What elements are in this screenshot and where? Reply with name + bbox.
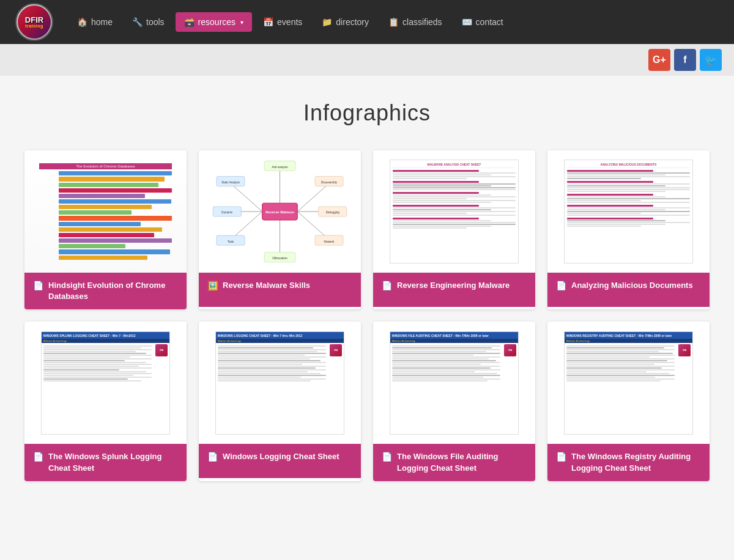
card-title-3: Reverse Engineering Malware — [397, 280, 510, 291]
card-pdf-icon-5: 📄 — [33, 452, 43, 462]
svg-text:Obfuscation: Obfuscation — [272, 257, 287, 260]
card-pdf-icon-8: 📄 — [556, 452, 566, 462]
tools-icon: 🔧 — [132, 17, 143, 27]
card-reverse-engineering-malware[interactable]: MALWARE ANALYSIS CHEAT SHEET — [373, 150, 535, 309]
svg-text:Tools: Tools — [228, 240, 234, 243]
card-pdf-icon-7: 📄 — [382, 452, 392, 462]
card-hindsight-chrome[interactable]: The Evolution of Chrome Databases — [24, 150, 187, 309]
site-header: DFIR training 🏠 home 🔧 tools 🗃️ resource… — [0, 0, 734, 44]
card-pdf-icon-4: 📄 — [556, 281, 566, 290]
nav-directory[interactable]: 📁 directory — [313, 12, 377, 32]
nav-classifieds-label: classifieds — [402, 17, 442, 27]
twitter-button[interactable]: 🐦 — [700, 49, 722, 71]
nav-tools-label: tools — [146, 17, 165, 27]
nav-events-label: events — [277, 17, 302, 27]
nav-contact[interactable]: ✉️ contact — [453, 12, 512, 32]
svg-text:Debugging: Debugging — [326, 211, 340, 214]
nav-home[interactable]: 🏠 home — [69, 12, 121, 32]
page-title: Infographics — [12, 100, 722, 126]
card-splunk-logging[interactable]: WINDOWS SPLUNK LOGGING CHEAT SHEET - Win… — [24, 322, 187, 481]
logo-training-text: training — [25, 24, 43, 28]
events-icon: 📅 — [263, 17, 273, 27]
social-bar: G+ f 🐦 — [0, 44, 734, 76]
googleplus-button[interactable]: G+ — [648, 49, 670, 71]
nav-events[interactable]: 📅 events — [254, 12, 311, 32]
card-label-5: 📄 The Windows Splunk Logging Cheat Sheet — [24, 444, 187, 481]
svg-text:Static Analysis: Static Analysis — [221, 181, 240, 184]
logo-dfir-text: DFIR — [25, 16, 43, 24]
card-label-3: 📄 Reverse Engineering Malware — [373, 273, 535, 307]
card-label-4: 📄 Analyzing Malicious Documents — [547, 273, 710, 307]
nav-classifieds[interactable]: 📋 classifieds — [380, 12, 451, 32]
card-label-6: 📄 Windows Logging Cheat Sheet — [199, 444, 361, 478]
card-reverse-malware-skills[interactable]: Reverse Malware Static Analysis Dynamic … — [199, 150, 361, 309]
nav-resources-label: resources — [198, 17, 235, 27]
card-title-8: The Windows Registry Auditing Logging Ch… — [571, 451, 701, 473]
card-analyzing-malicious-docs[interactable]: ANALYZING MALICIOUS DOCUMENTS — [547, 150, 710, 309]
page-title-section: Infographics — [0, 76, 734, 144]
card-thumb-8: WINDOWS REGISTRY AUDITING CHEAT SHEET - … — [547, 322, 710, 444]
svg-text:Disassembly: Disassembly — [321, 181, 338, 184]
svg-text:Dynamic: Dynamic — [221, 211, 233, 214]
site-logo[interactable]: DFIR training — [12, 0, 56, 44]
card-title-4: Analyzing Malicious Documents — [571, 280, 693, 291]
card-thumb-3: MALWARE ANALYSIS CHEAT SHEET — [373, 150, 535, 273]
card-image-icon-2: 🖼️ — [207, 281, 218, 290]
contact-icon: ✉️ — [462, 17, 472, 27]
nav-resources[interactable]: 🗃️ resources ▾ — [176, 12, 252, 32]
resources-dropdown-arrow: ▾ — [240, 19, 243, 26]
card-registry-auditing[interactable]: WINDOWS REGISTRY AUDITING CHEAT SHEET - … — [547, 322, 710, 481]
directory-icon: 📁 — [322, 17, 332, 27]
twitter-icon: 🐦 — [705, 54, 717, 66]
card-thumb-7: WINDOWS FILE AUDITING CHEAT SHEET - Win … — [373, 322, 535, 444]
card-title-7: The Windows File Auditing Logging Cheat … — [397, 451, 527, 473]
card-thumb-2: Reverse Malware Static Analysis Dynamic … — [199, 150, 361, 273]
nav-home-label: home — [91, 17, 113, 27]
googleplus-icon: G+ — [653, 54, 666, 65]
card-pdf-icon-1: 📄 — [33, 281, 43, 290]
card-label-7: 📄 The Windows File Auditing Logging Chea… — [373, 444, 535, 481]
nav-tools[interactable]: 🔧 tools — [124, 12, 173, 32]
card-thumb-1: The Evolution of Chrome Databases — [24, 150, 187, 273]
card-windows-logging[interactable]: WINDOWS LOGGING CHEAT SHEET - Win 7 thru… — [199, 322, 361, 481]
card-title-6: Windows Logging Cheat Sheet — [223, 451, 339, 462]
card-label-2: 🖼️ Reverse Malware Skills — [199, 273, 361, 307]
infographics-grid: The Evolution of Chrome Databases — [0, 144, 734, 506]
facebook-icon: f — [683, 54, 686, 65]
nav-directory-label: directory — [336, 17, 369, 27]
card-title-5: The Windows Splunk Logging Cheat Sheet — [48, 451, 178, 473]
card-pdf-icon-6: 📄 — [207, 452, 218, 462]
home-icon: 🏠 — [77, 17, 87, 27]
card-title-1: Hindsight Evolution of Chrome Databases — [48, 280, 178, 302]
card-thumb-4: ANALYZING MALICIOUS DOCUMENTS — [547, 150, 710, 273]
nav-contact-label: contact — [476, 17, 503, 27]
card-thumb-5: WINDOWS SPLUNK LOGGING CHEAT SHEET - Win… — [24, 322, 187, 444]
classifieds-icon: 📋 — [388, 17, 399, 27]
card-label-8: 📄 The Windows Registry Auditing Logging … — [547, 444, 710, 481]
card-title-2: Reverse Malware Skills — [223, 280, 310, 291]
card-file-auditing[interactable]: WINDOWS FILE AUDITING CHEAT SHEET - Win … — [373, 322, 535, 481]
resources-icon: 🗃️ — [184, 17, 195, 27]
card-thumb-6: WINDOWS LOGGING CHEAT SHEET - Win 7 thru… — [199, 322, 361, 444]
facebook-button[interactable]: f — [674, 49, 696, 71]
card-pdf-icon-3: 📄 — [382, 281, 392, 290]
svg-text:Reverse Malware: Reverse Malware — [265, 210, 294, 214]
svg-text:Network: Network — [324, 240, 335, 243]
main-nav: 🏠 home 🔧 tools 🗃️ resources ▾ 📅 events 📁… — [69, 12, 722, 32]
svg-text:Anti-analysis: Anti-analysis — [272, 166, 288, 169]
card-label-1: 📄 Hindsight Evolution of Chrome Database… — [24, 273, 187, 309]
